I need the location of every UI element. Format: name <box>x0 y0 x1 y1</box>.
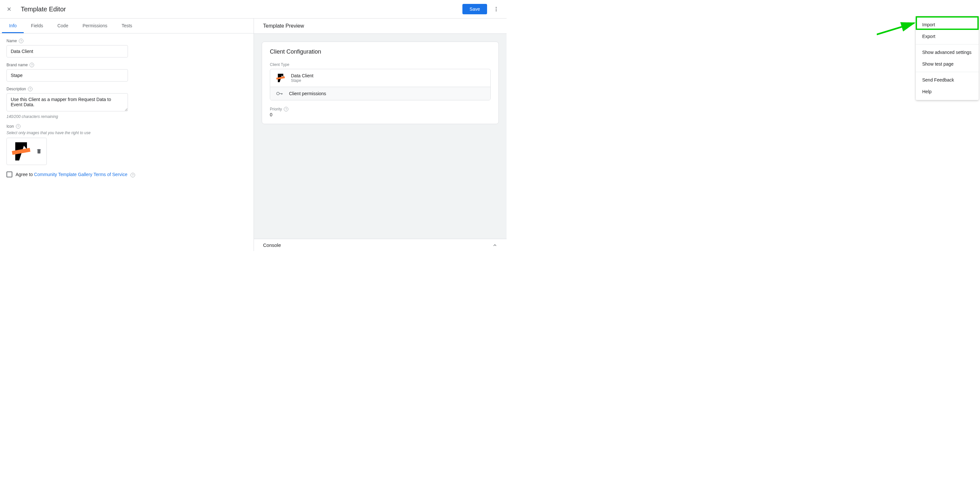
help-icon[interactable]: ? <box>28 87 32 91</box>
svg-rect-8 <box>282 93 283 94</box>
client-type-text: Data Client Stape <box>291 73 313 83</box>
svg-rect-7 <box>281 93 282 94</box>
client-type-label: Client Type <box>270 62 491 67</box>
topbar: Template Editor Save <box>0 0 507 19</box>
save-button[interactable]: Save <box>462 4 487 14</box>
client-icon <box>276 73 285 83</box>
delete-icon-button[interactable] <box>36 148 42 155</box>
tab-permissions[interactable]: Permissions <box>75 19 114 33</box>
console-bar[interactable]: Console <box>254 239 507 251</box>
editor-panel: Info Fields Code Permissions Tests Name … <box>0 19 254 251</box>
icon-preview-box <box>6 138 47 165</box>
help-icon[interactable]: ? <box>16 124 21 129</box>
name-label-text: Name <box>6 39 17 43</box>
tabs: Info Fields Code Permissions Tests <box>0 19 254 33</box>
name-label: Name ? <box>6 39 247 43</box>
template-icon <box>11 142 31 161</box>
priority-label-row: Priority ? <box>270 107 491 111</box>
description-label-text: Description <box>6 87 26 91</box>
main-content: Info Fields Code Permissions Tests Name … <box>0 19 507 251</box>
description-counter: 140/200 characters remaining <box>6 114 247 119</box>
description-input[interactable]: Use this Client as a mapper from Request… <box>6 93 128 111</box>
tab-tests[interactable]: Tests <box>114 19 139 33</box>
client-type-box: Data Client Stape Client permissions <box>270 69 491 100</box>
client-permissions-row[interactable]: Client permissions <box>270 87 490 100</box>
permissions-label: Client permissions <box>289 91 326 96</box>
client-name: Data Client <box>291 73 313 78</box>
brand-label: Brand name ? <box>6 63 247 67</box>
icon-helper: Select only images that you have the rig… <box>6 131 247 135</box>
name-input[interactable] <box>6 45 128 57</box>
help-icon[interactable]: ? <box>284 107 288 111</box>
brand-field: Brand name ? <box>6 63 247 81</box>
tos-link[interactable]: Community Template Gallery Terms of Serv… <box>34 172 127 177</box>
trash-icon <box>36 148 42 154</box>
agree-text: Agree to Community Template Gallery Term… <box>16 172 135 177</box>
close-icon <box>6 6 12 12</box>
icon-label-text: Icon <box>6 124 14 129</box>
tab-code[interactable]: Code <box>50 19 75 33</box>
agree-row: Agree to Community Template Gallery Term… <box>6 172 247 177</box>
svg-point-0 <box>496 7 497 8</box>
more-menu-button[interactable] <box>491 4 501 14</box>
more-vert-icon <box>493 6 499 12</box>
tab-info[interactable]: Info <box>2 19 24 33</box>
help-icon[interactable]: ? <box>30 63 34 67</box>
icon-field: Icon ? Select only images that you have … <box>6 124 247 165</box>
card-title: Client Configuration <box>270 48 491 55</box>
description-field: Description ? Use this Client as a mappe… <box>6 87 247 119</box>
tab-fields[interactable]: Fields <box>24 19 50 33</box>
svg-point-2 <box>496 10 497 11</box>
page-title: Template Editor <box>21 6 462 13</box>
close-button[interactable] <box>5 5 13 13</box>
client-type-row[interactable]: Data Client Stape <box>270 69 490 87</box>
priority-label: Priority <box>270 107 282 111</box>
key-icon <box>276 92 283 96</box>
preview-body: Client Configuration Client Type Data <box>254 34 507 239</box>
info-form: Name ? Brand name ? Description ? Use th… <box>0 33 254 251</box>
brand-input[interactable] <box>6 69 128 81</box>
svg-point-1 <box>496 9 497 10</box>
help-icon[interactable]: ? <box>19 39 23 43</box>
client-config-card: Client Configuration Client Type Data <box>262 41 499 124</box>
agree-checkbox[interactable] <box>6 172 12 177</box>
icon-label: Icon ? <box>6 124 247 129</box>
brand-label-text: Brand name <box>6 63 28 67</box>
svg-rect-6 <box>279 93 282 94</box>
console-label: Console <box>263 242 281 248</box>
preview-header: Template Preview <box>254 19 507 34</box>
help-icon[interactable]: ? <box>130 173 135 177</box>
svg-point-5 <box>277 92 279 95</box>
name-field: Name ? <box>6 39 247 57</box>
agree-prefix: Agree to <box>16 172 34 177</box>
priority-value: 0 <box>270 112 491 117</box>
chevron-up-icon <box>492 243 498 248</box>
preview-panel: Template Preview Client Configuration Cl… <box>254 19 507 251</box>
description-label: Description ? <box>6 87 247 91</box>
client-brand: Stape <box>291 78 313 83</box>
